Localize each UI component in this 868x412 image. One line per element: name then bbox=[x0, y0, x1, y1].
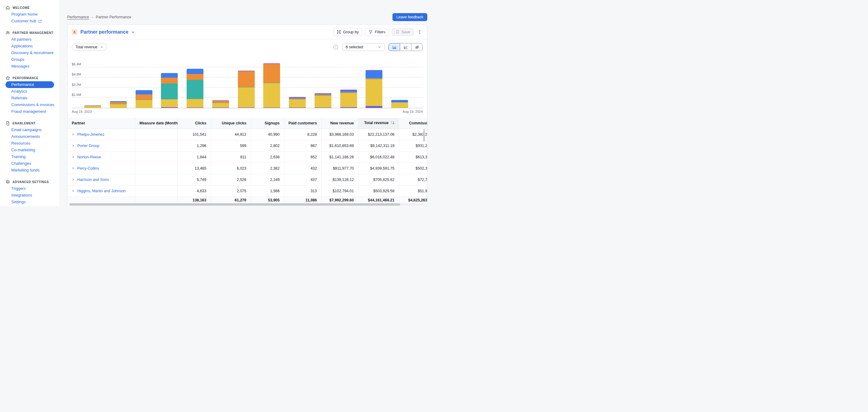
sidebar-item-training[interactable]: Training bbox=[5, 153, 54, 160]
report-title-group[interactable]: Partner performance bbox=[72, 29, 135, 35]
series-select[interactable]: 6 selected bbox=[342, 43, 385, 51]
line-chart-icon bbox=[403, 45, 408, 50]
filters-button[interactable]: Filters bbox=[365, 28, 389, 36]
chart-bar[interactable] bbox=[263, 63, 280, 108]
chart-bar[interactable] bbox=[289, 97, 306, 108]
column-header-clicks[interactable]: Clicks bbox=[178, 118, 211, 129]
column-header-new-revenue[interactable]: New revenue bbox=[321, 118, 358, 129]
cell-clicks: 1,844 bbox=[178, 151, 211, 163]
partner-link[interactable]: Harrison and Sons bbox=[77, 178, 109, 182]
horizontal-scrollbar-thumb[interactable] bbox=[69, 203, 400, 206]
sidebar-item-integrations[interactable]: Integrations bbox=[5, 192, 54, 199]
chart-bar-segment bbox=[391, 102, 408, 108]
cell-commission: $502,3 bbox=[399, 163, 427, 174]
sidebar-item-messages[interactable]: Messages bbox=[5, 63, 54, 70]
cell-commission: $613,3 bbox=[399, 151, 427, 163]
chevron-down-icon bbox=[100, 46, 103, 49]
chart-bar-segment bbox=[187, 108, 204, 108]
cell-unique_clicks: 44,912 bbox=[211, 129, 251, 140]
chart-bar[interactable] bbox=[315, 93, 331, 108]
expand-row-icon[interactable] bbox=[72, 155, 74, 158]
chart-bar[interactable] bbox=[366, 70, 382, 108]
cell-unique_clicks: 811 bbox=[211, 151, 251, 163]
vertical-scrollbar-thumb[interactable] bbox=[423, 129, 425, 142]
external-link-icon bbox=[38, 19, 42, 23]
column-header-measure-date-month[interactable]: Measure date (Month) bbox=[135, 118, 178, 129]
column-header-total-revenue[interactable]: Total revenue bbox=[358, 118, 399, 129]
sidebar-item-co-marketing[interactable]: Co-marketing bbox=[5, 147, 54, 153]
chart-bar[interactable] bbox=[161, 73, 178, 108]
metric-select[interactable]: Total revenue bbox=[72, 44, 107, 51]
expand-row-icon[interactable] bbox=[72, 189, 74, 192]
cell-signups: 2,149 bbox=[251, 174, 284, 185]
hide-chart-toggle[interactable] bbox=[411, 43, 423, 51]
sidebar-item-commissions-invoices[interactable]: Commissions & invoices bbox=[5, 101, 54, 108]
group-by-button[interactable]: Group by bbox=[333, 28, 362, 36]
chart-bar-segment bbox=[391, 100, 408, 102]
column-header-unique-clicks[interactable]: Unique clicks bbox=[211, 118, 251, 129]
sidebar-item-challenges[interactable]: Challenges bbox=[5, 160, 54, 167]
more-options-button[interactable] bbox=[416, 28, 423, 36]
sidebar-item-applications[interactable]: Applications bbox=[5, 43, 54, 50]
cell-paid_customers: 652 bbox=[284, 151, 321, 163]
sidebar-item-customer-hub[interactable]: Customer hub bbox=[5, 18, 54, 25]
chart-bar[interactable] bbox=[391, 100, 408, 108]
sidebar-item-referrals[interactable]: Referrals bbox=[5, 95, 54, 101]
sidebar-section-welcome: WELCOMEProgram homeCustomer hub bbox=[0, 4, 60, 25]
partner-link[interactable]: Phelps-Jimenez bbox=[77, 133, 104, 137]
partner-link[interactable]: Perry-Collins bbox=[77, 166, 99, 171]
column-header-commissi[interactable]: Commissi bbox=[399, 118, 427, 129]
sidebar-item-performance[interactable]: Performance bbox=[5, 81, 54, 88]
sidebar-section-label: ADVANCED SETTINGS bbox=[12, 180, 49, 184]
sidebar-item-settings[interactable]: Settings bbox=[5, 199, 54, 205]
sidebar-item-program-home[interactable]: Program home bbox=[5, 11, 54, 18]
partner-link[interactable]: Norton-Reese bbox=[77, 155, 101, 159]
expand-row-icon[interactable] bbox=[72, 144, 74, 147]
cell-paid_customers: 8,228 bbox=[284, 129, 321, 140]
sidebar-item-triggers[interactable]: Triggers bbox=[5, 185, 54, 192]
bar-chart-toggle[interactable] bbox=[389, 43, 400, 51]
expand-row-icon[interactable] bbox=[72, 167, 74, 170]
partner-link[interactable]: Porter Group bbox=[77, 144, 99, 148]
chart-bar[interactable] bbox=[212, 100, 229, 108]
column-header-paid-customers[interactable]: Paid customers bbox=[284, 118, 321, 129]
expand-row-icon[interactable] bbox=[72, 133, 74, 136]
chart-bar-segment bbox=[161, 83, 178, 99]
partner-table-wrap: PartnerMeasure date (Month)ClicksUnique … bbox=[67, 118, 427, 204]
leave-feedback-button[interactable]: Leave feedback bbox=[393, 13, 427, 21]
cell-paid_customers: 313 bbox=[284, 185, 321, 197]
info-icon[interactable] bbox=[333, 45, 338, 50]
kebab-menu-icon bbox=[417, 30, 422, 34]
column-header-signups[interactable]: Signups bbox=[251, 118, 284, 129]
line-chart-toggle[interactable] bbox=[400, 43, 411, 51]
sidebar-item-discovery-recruitment[interactable]: Discovery & recruitment bbox=[5, 50, 54, 56]
expand-row-icon[interactable] bbox=[72, 178, 74, 181]
chart-bar-segment bbox=[161, 99, 178, 107]
sidebar-item-email-campaigns[interactable]: Email campaigns bbox=[5, 126, 54, 133]
chart-bar[interactable] bbox=[84, 106, 101, 108]
cell-signups: 2,802 bbox=[251, 140, 284, 151]
sidebar-section-label: WELCOME bbox=[12, 6, 30, 9]
chart-bar[interactable] bbox=[135, 90, 152, 108]
chart-bar[interactable] bbox=[110, 101, 127, 108]
chart-controls: Total revenue 6 selected bbox=[72, 43, 423, 51]
sidebar-item-announcements[interactable]: Announcements bbox=[5, 133, 54, 140]
chart-bar[interactable] bbox=[238, 70, 255, 108]
topbar: Performance › Partner Performance Leave … bbox=[67, 13, 427, 21]
chart-bar[interactable] bbox=[187, 69, 204, 108]
chart-bar[interactable] bbox=[340, 90, 357, 108]
column-header-partner[interactable]: Partner bbox=[67, 118, 135, 129]
sidebar-item-fraud-management[interactable]: Fraud management bbox=[5, 108, 54, 115]
sidebar-item-groups[interactable]: Groups bbox=[5, 56, 54, 63]
partner-person-icon bbox=[72, 29, 77, 35]
save-button[interactable]: Save bbox=[392, 28, 414, 36]
sidebar-item-analytics[interactable]: Analytics bbox=[5, 88, 54, 95]
sidebar-item-marketing-funds[interactable]: Marketing funds bbox=[5, 167, 54, 174]
sidebar-item-resources[interactable]: Resources bbox=[5, 140, 54, 147]
horizontal-scrollbar[interactable] bbox=[69, 203, 425, 206]
breadcrumb-performance-link[interactable]: Performance bbox=[67, 15, 89, 19]
cell-measure_date bbox=[135, 174, 178, 185]
cell-paid_customers: 667 bbox=[284, 140, 321, 151]
sidebar-item-all-partners[interactable]: All partners bbox=[5, 36, 54, 43]
partner-link[interactable]: Higgins, Martin and Johnson bbox=[77, 189, 126, 193]
